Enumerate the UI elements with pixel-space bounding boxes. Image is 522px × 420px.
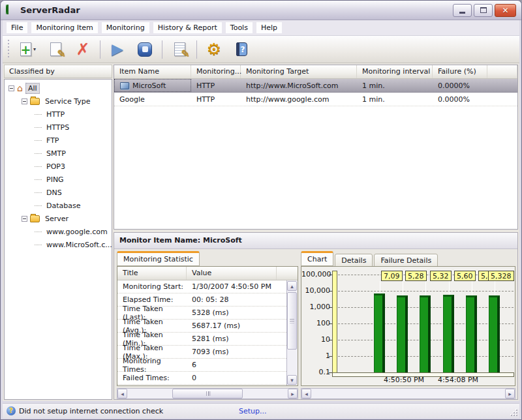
statistics-horizontal-scrollbar[interactable]: ◂ ▸ [117,388,298,399]
collapse-expander-icon[interactable] [22,216,27,222]
status-bar: ? Did not setup internet connection chec… [3,403,519,418]
chart-tabs: ChartDetailsFailure Details [301,252,515,266]
tree-item-pop3[interactable]: POP3 [5,160,112,173]
tree-item-label: www.MicroSoft.c... [44,240,112,250]
tab-details[interactable]: Details [335,254,373,267]
start-monitoring-button[interactable]: ▶ [104,38,131,61]
tree-item-label: www.google.com [44,227,110,237]
tree-connector [35,127,42,128]
list-rows: MicroSoftHTTPhttp://www.MicroSoft.com1 m… [114,79,517,229]
stat-row-failed-times: Failed Times:0 [117,372,286,385]
tree-item-server[interactable]: Server [5,212,112,225]
tree-item-all[interactable]: ⌂All [5,82,112,95]
statistics-pane: Monitoring Statistic TitleValue Monitori… [117,252,298,266]
minimize-icon [459,12,465,14]
table-row-google[interactable]: GoogleHTTPhttp://www.google.com1 min.0.0… [114,93,517,106]
tree-item-database[interactable]: Database [5,199,112,212]
chevron-down-icon[interactable]: ▾ [33,46,36,52]
folder-icon [30,215,40,222]
page-icon: + [20,42,31,56]
tree-item-https[interactable]: HTTPS [5,121,112,134]
scroll-left-button[interactable]: ◂ [301,389,311,398]
y-axis-label: 100,000 [301,270,330,278]
stat-value: 1/30/2007 4:50:50 PM [187,282,281,291]
vertical-scroll-thumb[interactable] [287,292,297,350]
stat-value: 00: 05: 28 [187,295,281,304]
tab-failure-details[interactable]: Failure Details [374,254,438,267]
home-icon: ⌂ [17,83,23,93]
toolbar-grip-handle[interactable] [7,40,10,59]
y-axis-label: 10 [301,335,330,344]
menu-tools[interactable]: Tools [226,22,253,33]
scroll-right-button[interactable]: ▸ [505,389,515,398]
tree-connector [35,205,42,206]
title-bar[interactable]: ServerRadar ✕ [1,1,521,20]
bar-3 [443,295,454,372]
collapse-expander-icon[interactable] [22,98,27,104]
stats-column-title[interactable]: Title [117,267,187,280]
tree-connector [35,245,42,245]
column-header-monitoring[interactable]: Monitoring... [191,65,241,78]
tree-item-label: Database [44,201,83,211]
toolbar: +▾✎✗▶✎⚙? [3,36,519,63]
x-axis-label: 4:54:08 PM [432,376,484,384]
bar-value-label: 7,09 [381,271,403,281]
column-header-item-name[interactable]: Item Name [114,65,191,78]
tree-item-ping[interactable]: PING [5,173,112,186]
delete-item-button[interactable]: ✗ [69,38,97,61]
minimize-button[interactable] [453,4,472,17]
tree-item-www-google-com[interactable]: www.google.com [5,225,112,238]
statistics-vertical-scrollbar[interactable]: ▴ ▾ [286,280,298,385]
bar-value-label: 5,60 [454,271,476,281]
column-header-failure[interactable]: Failure (%) [433,65,487,78]
tree-item-dns[interactable]: DNS [5,186,112,199]
maximize-button[interactable] [474,4,493,17]
bar-4 [466,295,477,372]
help-button[interactable]: ? [228,38,255,61]
menu-file[interactable]: File [7,22,27,33]
add-item-button[interactable]: +▾ [14,38,42,61]
stat-value: 7093 (ms) [187,348,281,356]
tree-connector [35,153,42,154]
chart-horizontal-scrollbar[interactable]: ◂ ▸ [301,388,515,399]
menu-history-report[interactable]: History & Report [153,22,222,33]
stat-value: 5328 (ms) [187,308,281,317]
menu-help[interactable]: Help [256,22,282,33]
scroll-up-button[interactable]: ▴ [287,281,297,291]
tab-chart[interactable]: Chart [301,251,333,266]
menu-monitoring[interactable]: Monitoring [102,22,149,33]
collapse-expander-icon[interactable] [8,85,14,91]
close-button[interactable]: ✕ [495,4,516,17]
resize-grip[interactable] [510,408,517,416]
tree-connector [35,232,42,232]
column-header-monitoring-target[interactable]: Monitoring Target [241,65,357,78]
edit-item-button[interactable]: ✎ [42,38,69,61]
menu-monitoring-item[interactable]: Monitoring Item [31,22,97,33]
scroll-left-button[interactable]: ◂ [117,389,127,398]
stat-row-monitoring-start: Monitoring Start:1/30/2007 4:50:50 PM [117,280,286,293]
detail-panel: Monitor Item Name: MicroSoft Monitoring … [114,232,518,400]
help-sphere-icon: ? [7,406,16,415]
tree-item-label: PING [44,175,66,185]
horizontal-scroll-thumb[interactable] [172,389,243,398]
setup-link[interactable]: Setup... [239,407,267,415]
tab-monitoring-statistic[interactable]: Monitoring Statistic [117,251,200,266]
tree-item-www-microsoft-c[interactable]: www.MicroSoft.c... [5,238,112,251]
stats-column-value[interactable]: Value [187,267,277,280]
tree-item-ftp[interactable]: FTP [5,134,112,147]
settings-button[interactable]: ⚙ [200,38,228,61]
toolbar-separator [100,40,100,59]
y-axis-label: 100 [301,319,330,327]
scroll-down-button[interactable]: ▾ [287,375,297,385]
scroll-right-button[interactable]: ▸ [288,389,298,398]
cell-monitoring: HTTP [191,93,241,106]
tree-item-service-type[interactable]: Service Type [5,95,112,108]
report-button[interactable]: ✎ [166,38,193,61]
table-row-microsoft[interactable]: MicroSoftHTTPhttp://www.MicroSoft.com1 m… [114,79,517,93]
tree-item-http[interactable]: HTTP [5,108,112,121]
tree-item-smtp[interactable]: SMTP [5,147,112,160]
stop-monitoring-button[interactable] [131,38,159,61]
chart-pane: ChartDetailsFailure Details 100,00010,00… [301,252,515,266]
column-header-monitoring-interval[interactable]: Monitoring interval [357,65,433,78]
cell-monitoring: HTTP [191,79,241,92]
